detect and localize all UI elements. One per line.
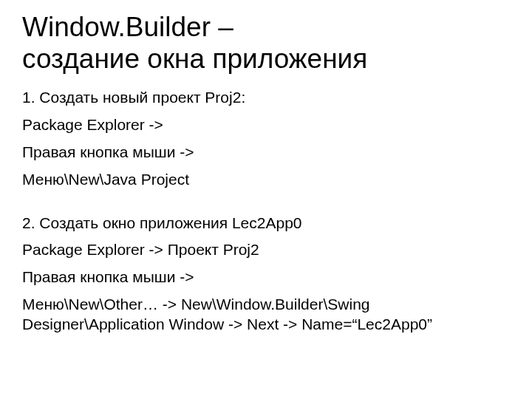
slide: Window.Builder – создание окна приложени… — [0, 0, 532, 399]
step-1-line-2: Package Explorer -> — [22, 115, 510, 135]
step-2-line-2: Package Explorer -> Проект Proj2 — [22, 240, 510, 260]
title-line-2: создание окна приложения — [22, 44, 367, 74]
step-2-heading: 2. Создать окно приложения Lec2App0 — [22, 214, 510, 233]
slide-title: Window.Builder – создание окна приложени… — [22, 12, 510, 75]
slide-body: 1. Создать новый проект Proj2: Package E… — [22, 88, 510, 335]
step-1-line-4: Меню\New\Java Project — [22, 170, 510, 190]
step-1-line-3: Правая кнопка мыши -> — [22, 143, 510, 163]
step-1-heading: 1. Создать новый проект Proj2: — [22, 88, 510, 108]
title-line-1: Window.Builder – — [22, 12, 233, 42]
step-2-line-4: Меню\New\Other… -> New\Window.Builder\Sw… — [22, 295, 510, 335]
section-gap — [22, 197, 510, 214]
step-2-line-3: Правая кнопка мыши -> — [22, 267, 510, 287]
